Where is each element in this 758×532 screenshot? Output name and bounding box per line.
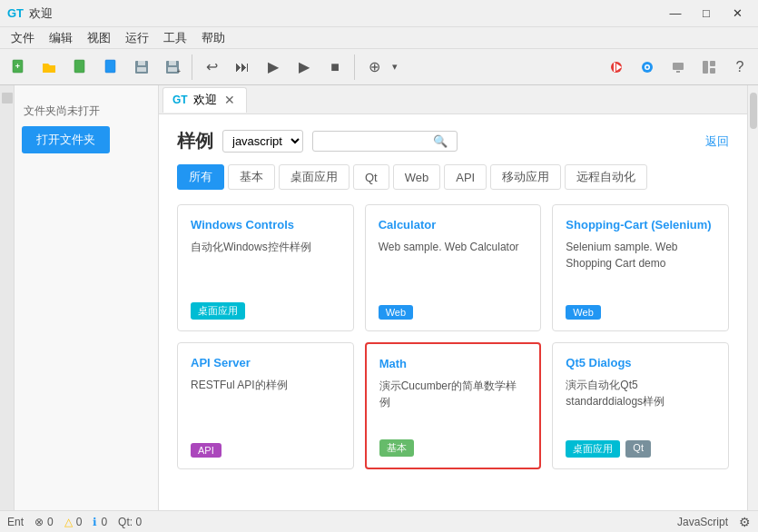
filter-select[interactable]: javascript xyxy=(222,130,303,153)
minimize-button[interactable]: — xyxy=(662,4,689,24)
open-folder-button[interactable] xyxy=(34,53,64,82)
tag-qt-5[interactable]: Qt xyxy=(625,440,651,458)
remote-button[interactable] xyxy=(664,53,693,82)
main-layout: 文件夹尚未打开 打开文件夹 GT 欢迎 ✕ 样例 javascript xyxy=(0,85,758,510)
tab-welcome[interactable]: GT 欢迎 ✕ xyxy=(162,87,247,113)
target-dropdown[interactable]: ▾ xyxy=(392,61,398,73)
warning-count: 0 xyxy=(76,516,83,528)
svg-rect-6 xyxy=(137,67,146,72)
sidebar-collapse-icon[interactable] xyxy=(2,93,13,103)
sidebar-no-folder-label: 文件夹尚未打开 xyxy=(22,100,151,126)
menu-bar: 文件 编辑 视图 运行 工具 帮助 xyxy=(0,27,758,49)
new-button[interactable]: + xyxy=(4,53,33,82)
cat-tab-web[interactable]: Web xyxy=(393,164,441,190)
help-button[interactable]: ? xyxy=(725,53,754,82)
window-title: 欢迎 xyxy=(29,5,662,22)
card-desc-math: 演示Cucumber的简单数学样例 xyxy=(379,378,527,430)
card-title-qt5-dialogs[interactable]: Qt5 Dialogs xyxy=(566,356,715,369)
card-desc-api-server: RESTFul API的样例 xyxy=(191,377,340,434)
close-button[interactable]: ✕ xyxy=(724,4,751,24)
save-button[interactable] xyxy=(127,53,156,82)
run-button[interactable]: ▶ xyxy=(290,53,319,82)
svg-rect-9 xyxy=(168,67,177,72)
search-icon: 🔍 xyxy=(433,134,448,148)
content-area: GT 欢迎 ✕ 样例 javascript 🔍 返回 xyxy=(159,85,747,510)
tag-web-2[interactable]: Web xyxy=(566,305,600,320)
menu-view[interactable]: 视图 xyxy=(80,28,118,48)
svg-rect-17 xyxy=(673,63,684,70)
info-count: 0 xyxy=(101,516,107,528)
record-button[interactable] xyxy=(602,53,631,82)
status-errors: ⊗ 0 xyxy=(34,516,54,528)
warning-icon: △ xyxy=(64,516,73,528)
svg-rect-2 xyxy=(74,60,84,73)
qt-label: Qt: 0 xyxy=(118,516,142,528)
cat-tab-api[interactable]: API xyxy=(444,164,487,190)
svg-rect-19 xyxy=(703,61,708,74)
error-icon: ⊗ xyxy=(34,516,44,528)
save-as-button[interactable]: + xyxy=(158,53,187,82)
menu-tools[interactable]: 工具 xyxy=(156,28,194,48)
card-api-server: API Server RESTFul API的样例 API xyxy=(177,342,354,469)
tag-desktop-5[interactable]: 桌面应用 xyxy=(566,440,620,458)
card-title-api-server[interactable]: API Server xyxy=(191,356,340,369)
status-ent-label: Ent xyxy=(7,516,24,528)
step-over-button[interactable]: ⏭ xyxy=(228,53,257,82)
open-file-button[interactable] xyxy=(96,53,125,82)
svg-rect-21 xyxy=(710,68,715,74)
tag-basic-4[interactable]: 基本 xyxy=(379,439,414,457)
spy-button[interactable] xyxy=(633,53,662,82)
cat-tab-qt[interactable]: Qt xyxy=(353,164,389,190)
cat-tab-remote[interactable]: 远程自动化 xyxy=(565,164,647,190)
stop-button[interactable]: ■ xyxy=(320,53,349,82)
card-tags-calculator: Web xyxy=(379,305,528,320)
category-tabs: 所有 基本 桌面应用 Qt Web API 移动应用 远程自动化 xyxy=(177,164,729,190)
target-button[interactable]: ⊕ xyxy=(359,53,389,82)
cat-tab-basic[interactable]: 基本 xyxy=(228,164,275,190)
error-count: 0 xyxy=(47,516,54,528)
card-title-shopping-cart[interactable]: Shopping-Cart (Selenium) xyxy=(566,218,715,232)
maximize-button[interactable]: □ xyxy=(693,4,720,24)
menu-run[interactable]: 运行 xyxy=(118,28,156,48)
card-title-windows-controls[interactable]: Windows Controls xyxy=(191,218,340,232)
menu-edit[interactable]: 编辑 xyxy=(42,28,80,48)
tag-desktop-0[interactable]: 桌面应用 xyxy=(191,302,245,320)
svg-point-16 xyxy=(646,65,649,68)
app-logo: GT xyxy=(7,6,24,20)
menu-help[interactable]: 帮助 xyxy=(194,28,232,48)
card-tags-windows-controls: 桌面应用 xyxy=(191,302,340,320)
tab-close-button[interactable]: ✕ xyxy=(222,93,237,107)
cat-tab-mobile[interactable]: 移动应用 xyxy=(490,164,561,190)
scrollbar[interactable] xyxy=(747,85,758,510)
card-title-math[interactable]: Math xyxy=(379,357,527,370)
card-desc-windows-controls: 自动化Windows控件样例 xyxy=(191,239,340,293)
undo-button[interactable]: ↩ xyxy=(197,53,226,82)
step-into-button[interactable]: ▶ xyxy=(259,53,288,82)
svg-rect-18 xyxy=(676,71,680,73)
tag-api-3[interactable]: API xyxy=(191,443,221,458)
search-input[interactable] xyxy=(320,134,429,148)
card-title-calculator[interactable]: Calculator xyxy=(379,218,528,232)
tab-logo: GT xyxy=(172,94,188,106)
new-file-button[interactable] xyxy=(65,53,94,82)
card-tags-shopping-cart: Web xyxy=(566,305,715,320)
tab-label: 欢迎 xyxy=(193,92,217,108)
card-windows-controls: Windows Controls 自动化Windows控件样例 桌面应用 xyxy=(177,204,354,331)
menu-file[interactable]: 文件 xyxy=(4,28,42,48)
info-icon: ℹ xyxy=(93,516,97,528)
card-tags-qt5-dialogs: 桌面应用 Qt xyxy=(566,440,715,458)
title-bar: GT 欢迎 — □ ✕ xyxy=(0,0,758,27)
tag-web-1[interactable]: Web xyxy=(379,305,413,320)
welcome-content[interactable]: 样例 javascript 🔍 返回 所有 基本 桌面应用 Qt xyxy=(159,114,747,510)
status-language: JavaScript xyxy=(677,516,728,528)
layout-button[interactable] xyxy=(694,53,724,82)
cat-tab-desktop[interactable]: 桌面应用 xyxy=(279,164,349,190)
svg-rect-5 xyxy=(138,61,145,65)
tab-bar: GT 欢迎 ✕ xyxy=(159,85,747,114)
open-folder-button-sidebar[interactable]: 打开文件夹 xyxy=(22,126,110,153)
back-link[interactable]: 返回 xyxy=(705,133,729,150)
settings-icon[interactable]: ⚙ xyxy=(739,515,751,529)
scroll-thumb[interactable] xyxy=(750,93,757,129)
cat-tab-all[interactable]: 所有 xyxy=(177,164,224,190)
status-bar: Ent ⊗ 0 △ 0 ℹ 0 Qt: 0 JavaScript ⚙ xyxy=(0,510,758,532)
